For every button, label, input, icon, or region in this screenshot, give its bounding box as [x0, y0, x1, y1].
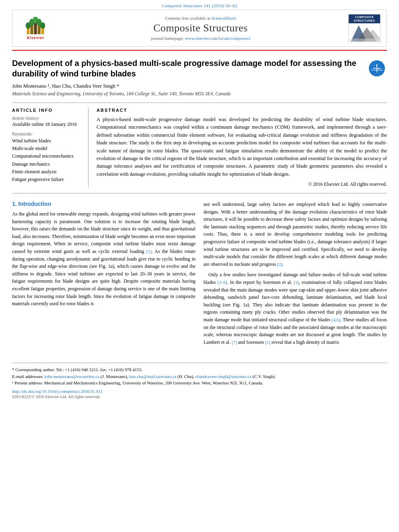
header-center: Contents lists available at ScienceDirec…: [53, 16, 348, 41]
elsevier-logo: Elsevier: [19, 17, 53, 40]
svg-point-9: [40, 22, 45, 29]
sciencedirect-line: Contents lists available at ScienceDirec…: [53, 16, 348, 21]
article-info-title: ARTICLE INFO: [12, 108, 82, 113]
abstract-copyright: © 2016 Elsevier Ltd. All rights reserved…: [97, 181, 387, 187]
footnote-emails: E-mail addresses: john.montesano@uwaterl…: [12, 373, 387, 380]
svg-rect-1: [30, 25, 33, 34]
col-right-text: not well understood, large safety factor…: [204, 201, 387, 346]
footnote-section: * Corresponding author. Tel.: +1 (416) 9…: [12, 363, 387, 386]
affiliation: Materials Science and Engineering, Unive…: [12, 91, 387, 97]
cs-logo: COMPOSITESTRUCTURES: [348, 14, 380, 42]
keyword-5: Finite element analysis: [12, 168, 82, 176]
doi-line[interactable]: http://dx.doi.org/10.1016/j.compstruct.2…: [12, 389, 387, 394]
body-content: 1. Introduction As the global need for r…: [12, 201, 387, 357]
cs-logo-text: COMPOSITESTRUCTURES: [349, 14, 380, 23]
ref-2[interactable]: [2]: [277, 262, 282, 267]
col-left: 1. Introduction As the global need for r…: [12, 201, 195, 349]
keyword-2: Multi-scale model: [12, 145, 82, 152]
svg-rect-2: [34, 22, 37, 34]
abstract-title: ABSTRACT: [97, 108, 387, 113]
header-divider: [12, 50, 387, 51]
keyword-1: Wind turbine blades: [12, 137, 82, 145]
col-right: not well understood, large safety factor…: [204, 201, 387, 349]
title-row: Development of a physics-based multi-sca…: [12, 58, 387, 79]
info-abstract-row: ARTICLE INFO Article history: Available …: [12, 103, 387, 187]
ref-7[interactable]: [7]: [232, 340, 237, 345]
header-box: Elsevier Contents lists available at Sci…: [12, 10, 387, 47]
ref-3-6[interactable]: [3–6]: [218, 280, 227, 285]
journal-title: Composite Structures: [53, 22, 348, 34]
section1-heading: 1. Introduction: [12, 201, 195, 207]
ref-1b[interactable]: [1]: [265, 340, 270, 345]
journal-header: Composite Structures 141 (2016) 50–62: [0, 0, 399, 10]
keyword-4: Damage mechanics: [12, 160, 82, 168]
sciencedirect-link[interactable]: ScienceDirect: [211, 16, 236, 21]
ref-1[interactable]: [1]: [146, 249, 152, 254]
svg-rect-13: [349, 39, 380, 42]
col-right-para-2: Only a few studies have investigated dam…: [204, 271, 387, 346]
footnote-corresponding: * Corresponding author. Tel.: +1 (416) 9…: [12, 366, 387, 373]
keywords-list: Wind turbine blades Multi-scale model Co…: [12, 137, 82, 183]
col-left-text: As the global need for renewable energy …: [12, 210, 195, 308]
cs-logo-graphic: [349, 23, 380, 42]
abstract-section: ABSTRACT A physics-based multi-scale pro…: [97, 108, 387, 187]
email-singh[interactable]: chandraveer.singh@utoronto.ca: [195, 374, 252, 379]
col-left-para-1: As the global need for renewable energy …: [12, 210, 195, 308]
paper-title: Development of a physics-based multi-sca…: [12, 58, 361, 79]
keyword-6: Fatigue progressive failure: [12, 176, 82, 183]
svg-rect-3: [37, 25, 40, 34]
email-montesano[interactable]: john.montesano@uwaterloo.ca: [45, 374, 100, 379]
col-right-para-1: not well understood, large safety factor…: [204, 201, 387, 268]
homepage-link[interactable]: www.elsevier.com/locate/compstruct: [185, 36, 250, 41]
abstract-text: A physics-based multi-scale progressive …: [97, 116, 387, 178]
available-online: Available online 18 January 2016: [12, 121, 82, 127]
keywords-label: Keywords:: [12, 131, 82, 136]
authors: John Montesano ¹, Hao Chu, Chandra Veer …: [12, 83, 387, 89]
article-info: ARTICLE INFO Article history: Available …: [12, 108, 88, 187]
ref-3[interactable]: [3]: [294, 280, 299, 285]
section-divider: [12, 193, 387, 193]
article-history-label: Article history:: [12, 116, 82, 121]
email-label: E-mail addresses:: [12, 374, 43, 379]
elsevier-tree-icon: [24, 17, 48, 35]
paper-section: Development of a physics-based multi-sca…: [12, 58, 387, 187]
journal-homepage: journal homepage: www.elsevier.com/locat…: [53, 36, 348, 41]
keyword-3: Computational micromechanics: [12, 152, 82, 160]
email-addresses: john.montesano@uwaterloo.ca (J. Montesan…: [45, 374, 276, 379]
email-hao[interactable]: hao.chu@mail.utoronto.ca: [130, 374, 177, 379]
ref-4-6[interactable]: [4,6]: [332, 317, 340, 322]
rights-line: 0263-8223/© 2016 Elsevier Ltd. All right…: [12, 394, 387, 399]
footnote-present-address: ¹ Present address: Mechanical and Mechat…: [12, 380, 387, 386]
elsevier-label: Elsevier: [27, 36, 44, 40]
crossmark-badge[interactable]: ✓ CrossMark: [367, 60, 387, 78]
